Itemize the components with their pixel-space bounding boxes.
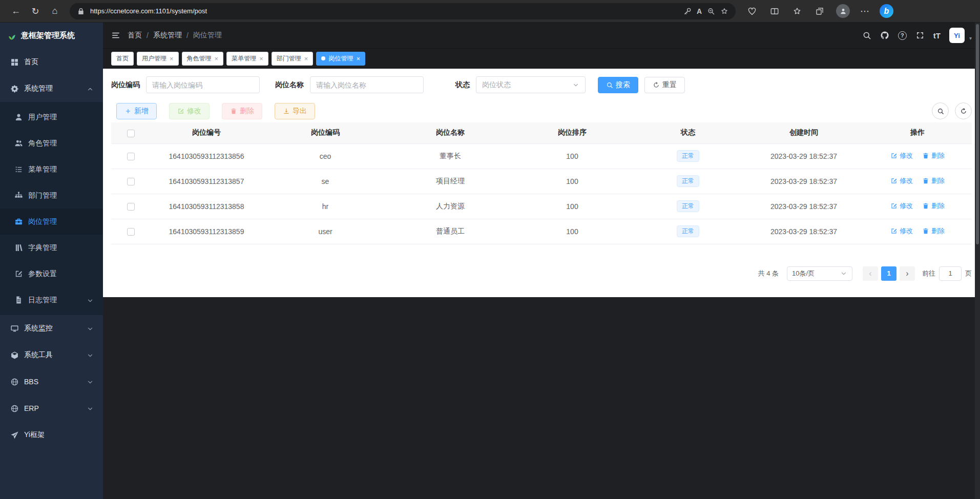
close-icon[interactable]: × xyxy=(170,55,174,62)
github-icon[interactable] xyxy=(880,31,889,40)
sidebar-item-param-settings[interactable]: 参数设置 xyxy=(0,261,103,287)
leaf-logo-icon xyxy=(7,31,16,40)
sidebar-item-role-mgmt[interactable]: 角色管理 xyxy=(0,130,103,156)
row-delete-button[interactable]: 删除 xyxy=(922,176,945,185)
scrollbar-thumb[interactable] xyxy=(976,24,979,244)
sidebar-item-dept-mgmt[interactable]: 部门管理 xyxy=(0,182,103,209)
fullscreen-icon[interactable] xyxy=(915,31,925,40)
row-delete-button[interactable]: 删除 xyxy=(922,201,945,211)
browser-menu-icon[interactable]: ⋯ xyxy=(856,3,873,19)
address-bar[interactable]: https://ccnetcore.com:1101/system/post A xyxy=(70,3,736,19)
sidebar-item-post-mgmt[interactable]: 岗位管理 xyxy=(0,209,103,235)
password-key-icon[interactable] xyxy=(683,7,692,15)
row-checkbox[interactable] xyxy=(127,203,135,211)
page-size-select[interactable]: 10条/页 xyxy=(787,266,852,281)
sidebar-item-yi-framework[interactable]: Yi框架 xyxy=(0,422,103,448)
tab-dept-mgmt[interactable]: 部门管理 × xyxy=(272,52,314,66)
post-code-input[interactable] xyxy=(146,76,260,93)
tab-label: 用户管理 xyxy=(142,54,166,63)
goto-page-input[interactable] xyxy=(939,266,962,281)
user-avatar[interactable]: Yi xyxy=(949,28,965,43)
sidebar-item-dict-mgmt[interactable]: 字典管理 xyxy=(0,235,103,261)
sidebar-item-label: Yi框架 xyxy=(24,430,45,440)
page-number-button[interactable]: 1 xyxy=(881,266,896,281)
sidebar-item-system-tools[interactable]: 系统工具 xyxy=(0,342,103,368)
row-edit-button[interactable]: 修改 xyxy=(890,176,913,185)
trash-icon xyxy=(922,227,929,235)
tab-user-mgmt[interactable]: 用户管理 × xyxy=(137,52,179,66)
select-all-checkbox[interactable] xyxy=(127,130,135,137)
tab-role-mgmt[interactable]: 角色管理 × xyxy=(182,52,224,66)
chevron-down-icon xyxy=(572,81,579,89)
cube-icon xyxy=(10,351,19,360)
favorite-star-icon[interactable] xyxy=(720,7,728,15)
sidebar-item-log-mgmt[interactable]: 日志管理 xyxy=(0,287,103,313)
app-logo: 意框架管理系统 xyxy=(0,23,103,49)
col-post-sort: 岗位排序 xyxy=(513,122,632,143)
post-name-input[interactable] xyxy=(310,76,424,93)
add-button[interactable]: 新增 xyxy=(116,103,157,119)
col-created: 创建时间 xyxy=(744,122,863,143)
export-button[interactable]: 导出 xyxy=(275,103,315,119)
row-delete-button[interactable]: 删除 xyxy=(922,226,945,236)
sidebar-item-system-mgmt[interactable]: 系统管理 xyxy=(0,75,103,102)
split-screen-icon[interactable] xyxy=(770,7,779,16)
sidebar-item-menu-mgmt[interactable]: 菜单管理 xyxy=(0,156,103,182)
collections-icon[interactable] xyxy=(815,7,824,16)
close-icon[interactable]: × xyxy=(259,55,263,62)
sidebar-item-bbs[interactable]: BBS xyxy=(0,368,103,395)
app-header: 首页 / 系统管理 / 岗位管理 ? tT Yi ▾ xyxy=(103,23,980,49)
toggle-search-button[interactable] xyxy=(932,102,949,119)
site-info-lock-icon[interactable] xyxy=(77,7,85,15)
post-table: 岗位编号 岗位编码 岗位名称 岗位排序 状态 创建时间 操作 16410305 xyxy=(111,122,972,244)
status-select[interactable]: 岗位状态 xyxy=(476,76,586,93)
search-button[interactable]: 搜索 xyxy=(598,77,638,93)
row-delete-button[interactable]: 删除 xyxy=(922,151,945,160)
text-size-icon[interactable]: tT xyxy=(933,31,941,40)
cell-post-name: 董事长 xyxy=(388,143,513,169)
close-icon[interactable]: × xyxy=(215,55,219,62)
zoom-out-icon[interactable] xyxy=(707,7,715,15)
tab-menu-mgmt[interactable]: 菜单管理 × xyxy=(226,52,268,66)
refresh-table-button[interactable] xyxy=(955,102,972,119)
profile-avatar[interactable] xyxy=(836,4,850,18)
row-edit-button[interactable]: 修改 xyxy=(890,226,913,236)
edit-button[interactable]: 修改 xyxy=(169,103,210,119)
reset-button[interactable]: 重置 xyxy=(644,77,685,93)
table-toolbar: 新增 修改 删除 导出 xyxy=(111,102,972,119)
browser-home-icon[interactable]: ⌂ xyxy=(46,3,64,19)
browser-essentials-icon[interactable] xyxy=(747,7,757,16)
row-checkbox[interactable] xyxy=(127,178,135,185)
sidebar-item-system-monitor[interactable]: 系统监控 xyxy=(0,315,103,342)
breadcrumb-system-mgmt[interactable]: 系统管理 xyxy=(153,31,182,40)
collapse-sidebar-icon[interactable] xyxy=(111,31,120,40)
copilot-icon[interactable]: b xyxy=(880,4,893,18)
sidebar-item-home[interactable]: 首页 xyxy=(0,49,103,75)
status-badge: 正常 xyxy=(677,225,699,237)
browser-refresh-icon[interactable]: ↻ xyxy=(27,3,44,19)
page-scrollbar[interactable] xyxy=(975,23,980,499)
favorites-icon[interactable] xyxy=(793,7,802,16)
row-checkbox[interactable] xyxy=(127,228,135,236)
next-page-button[interactable]: › xyxy=(900,266,915,281)
close-icon[interactable]: × xyxy=(356,55,360,62)
sidebar-item-user-mgmt[interactable]: 用户管理 xyxy=(0,104,103,130)
header-search-icon[interactable] xyxy=(862,31,871,40)
prev-page-button[interactable]: ‹ xyxy=(863,266,878,281)
breadcrumb-home[interactable]: 首页 xyxy=(128,31,142,40)
status-badge: 正常 xyxy=(677,175,699,186)
cell-post-code: hr xyxy=(263,194,388,219)
trash-icon xyxy=(230,108,237,115)
sidebar-item-erp[interactable]: ERP xyxy=(0,395,103,422)
row-edit-button[interactable]: 修改 xyxy=(890,201,913,211)
row-edit-button[interactable]: 修改 xyxy=(890,151,913,160)
help-icon[interactable]: ? xyxy=(898,31,907,40)
tab-post-mgmt[interactable]: 岗位管理 × xyxy=(316,52,365,66)
close-icon[interactable]: × xyxy=(304,55,308,62)
tab-home[interactable]: 首页 xyxy=(111,52,134,66)
read-aloud-icon[interactable]: A xyxy=(697,7,702,15)
browser-back-icon[interactable]: ← xyxy=(7,3,25,19)
row-checkbox[interactable] xyxy=(127,153,135,160)
avatar-caret-icon[interactable]: ▾ xyxy=(969,35,972,43)
delete-button[interactable]: 删除 xyxy=(222,103,262,119)
